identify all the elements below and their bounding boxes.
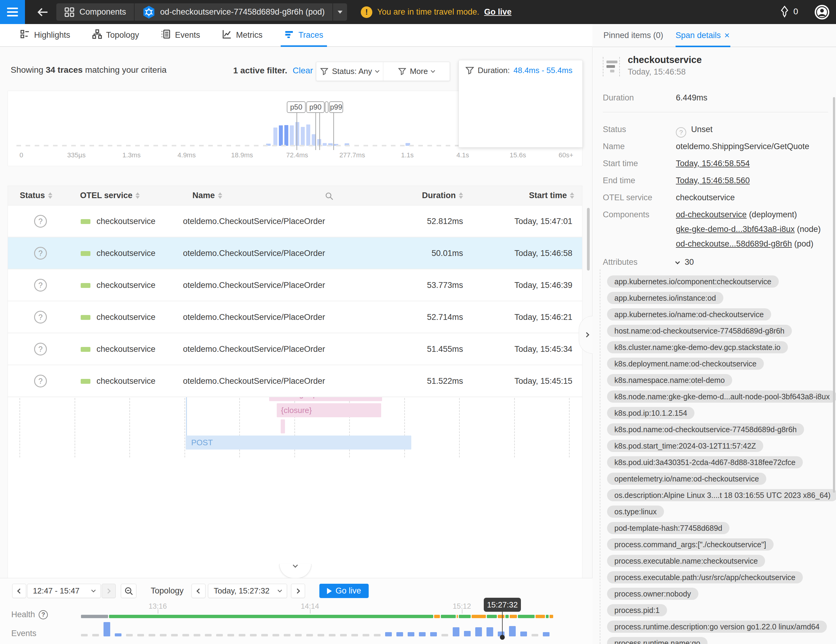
event-bar — [543, 632, 550, 636]
close-icon[interactable]: × — [724, 30, 730, 41]
time-marker-line[interactable] — [502, 611, 503, 637]
event-empty-dash — [284, 634, 291, 636]
event-empty-dash — [239, 634, 245, 636]
column-header-status[interactable]: Status — [20, 191, 52, 200]
attribute-chip: pod-template-hash:77458d689d — [607, 522, 730, 534]
events-timeline[interactable] — [81, 622, 556, 636]
warning-icon: ! — [361, 7, 372, 18]
chevron-left-icon — [17, 588, 23, 593]
table-row[interactable]: ?checkoutserviceoteldemo.CheckoutService… — [8, 365, 582, 397]
go-live-link[interactable]: Go live — [484, 7, 511, 17]
event-bar — [464, 631, 471, 636]
status-filter-button[interactable]: Status: Any — [316, 62, 383, 81]
health-segment-orange — [457, 615, 458, 618]
tab-span-details[interactable]: Span details — [676, 31, 721, 40]
filters-card: Status: Any More — [316, 62, 450, 81]
collapse-waterfall-tab[interactable] — [279, 564, 312, 578]
component-type: (node) — [795, 225, 821, 234]
tab-events[interactable]: Events — [150, 24, 211, 46]
duration-cell: 51.522ms — [427, 377, 463, 386]
waterfall-span-pink[interactable] — [281, 419, 285, 434]
range-next-button[interactable] — [102, 584, 116, 598]
span-name-cell: oteldemo.CheckoutService/PlaceOrder — [183, 377, 325, 386]
column-header-start-time[interactable]: Start time — [529, 191, 574, 200]
tab-traces[interactable]: Traces — [273, 24, 334, 46]
event-bar — [419, 632, 426, 636]
top-bar: Components od-checkoutservice-77458d689d… — [0, 0, 836, 24]
table-row[interactable]: ?checkoutserviceoteldemo.CheckoutService… — [8, 205, 582, 237]
attributes-toggle[interactable]: 30 — [676, 258, 694, 267]
user-avatar[interactable] — [815, 5, 829, 20]
event-empty-dash — [182, 634, 189, 636]
entity-dropdown-caret[interactable] — [333, 3, 347, 21]
range-prev-button[interactable] — [12, 584, 26, 598]
field-label: End time — [603, 176, 635, 185]
span-name-cell: oteldemo.CheckoutService/PlaceOrder — [183, 249, 325, 258]
column-header-name[interactable]: Name — [193, 191, 222, 200]
timestamp-dropdown[interactable]: Today, 15:27:32 — [208, 584, 287, 598]
axis-tick-label: 4.9ms — [178, 151, 196, 159]
waterfall-span-pink[interactable]: {closure} — [277, 403, 381, 417]
column-header-duration[interactable]: Duration — [422, 191, 463, 200]
duration-filter-value[interactable]: 48.4ms - 55.4ms — [514, 66, 573, 75]
axis-tick-label: 335µs — [67, 151, 85, 159]
p50-marker: p50 — [287, 101, 306, 113]
tab-label: Traces — [298, 31, 323, 40]
pinned-items-indicator[interactable]: 0 — [779, 5, 798, 18]
otel-service-cell: checkoutservice — [96, 377, 155, 386]
duration-cell: 52.812ms — [427, 217, 463, 226]
tab-highlights[interactable]: Highlights — [9, 24, 81, 46]
clear-filters-link[interactable]: Clear — [292, 66, 313, 75]
axis-tick-label: 277.7ms — [340, 151, 365, 159]
span-details-panel: Pinned items (0) Span details × checkout… — [593, 24, 836, 644]
table-row[interactable]: ?checkoutserviceoteldemo.CheckoutService… — [8, 301, 582, 333]
field-value-otel-service: checkoutservice — [676, 193, 735, 202]
component-link[interactable]: od-checkoutse...58d689d-g8r6h — [676, 239, 792, 248]
zoom-out-button[interactable] — [121, 584, 136, 598]
table-row[interactable]: ?checkoutserviceoteldemo.CheckoutService… — [8, 333, 582, 365]
field-value-start-time[interactable]: Today, 15:46:58.554 — [676, 159, 750, 168]
status-unset-icon: ? — [34, 279, 47, 292]
attribute-chip: k8s.pod.uid:3a430351-2cda-4d67-8d88-318f… — [607, 456, 803, 468]
table-row[interactable]: ?checkoutserviceoteldemo.CheckoutService… — [8, 269, 582, 301]
field-value-end-time[interactable]: Today, 15:46:58.560 — [676, 176, 750, 185]
event-empty-dash — [250, 634, 256, 636]
service-color-swatch — [81, 379, 90, 384]
panel-scrollbar[interactable] — [833, 97, 835, 493]
component-link[interactable]: gke-gke-demo-d...3bf643a8-i8ux — [676, 225, 795, 234]
event-empty-dash — [160, 634, 167, 636]
view-tab-bar: HighlightsTopologyEventsMetricsTraces — [0, 24, 593, 47]
status-unset-icon: ? — [34, 215, 47, 228]
time-marker-tooltip: 15:27:32 — [484, 598, 521, 612]
tab-topology[interactable]: Topology — [81, 24, 150, 46]
back-button[interactable] — [36, 7, 49, 18]
timeline-axis-tick — [462, 609, 462, 613]
name-search-icon[interactable] — [325, 191, 334, 203]
hamburger-menu-button[interactable] — [0, 0, 25, 24]
duration-filter-card[interactable]: Duration: 48.4ms - 55.4ms — [459, 60, 583, 148]
table-row[interactable]: ?checkoutserviceoteldemo.CheckoutService… — [8, 237, 582, 269]
pin-count: 0 — [794, 7, 798, 16]
more-filters-button[interactable]: More — [383, 62, 450, 81]
event-empty-dash — [340, 634, 347, 636]
duration-cell: 51.455ms — [427, 344, 463, 354]
time-range-dropdown[interactable]: 12:47 - 15:47 — [27, 584, 101, 598]
components-button[interactable]: Components — [56, 3, 134, 21]
tab-pinned-items[interactable]: Pinned items (0) — [603, 31, 663, 40]
tab-metrics[interactable]: Metrics — [211, 24, 273, 46]
time-prev-button[interactable] — [191, 584, 206, 598]
time-marker-handle[interactable] — [500, 635, 505, 640]
component-link[interactable]: od-checkoutservice — [676, 210, 747, 219]
help-icon[interactable]: ? — [39, 610, 48, 620]
attribute-chip: process.executable.path:/usr/src/app/che… — [607, 571, 803, 584]
column-header-otel-service[interactable]: OTEL service — [80, 191, 140, 200]
tab-label: Events — [175, 31, 200, 40]
waterfall-span-blue[interactable]: POST — [186, 435, 411, 450]
time-next-button[interactable] — [291, 584, 305, 598]
main-scrollbar[interactable] — [587, 208, 590, 271]
go-live-button[interactable]: Go live — [319, 584, 369, 598]
health-segment-orange — [536, 615, 545, 618]
duration-cell: 50.01ms — [431, 249, 463, 258]
entity-selector[interactable]: od-checkoutservice-77458d689d-g8r6h (pod… — [135, 3, 333, 21]
duration-cell: 53.773ms — [427, 280, 463, 290]
